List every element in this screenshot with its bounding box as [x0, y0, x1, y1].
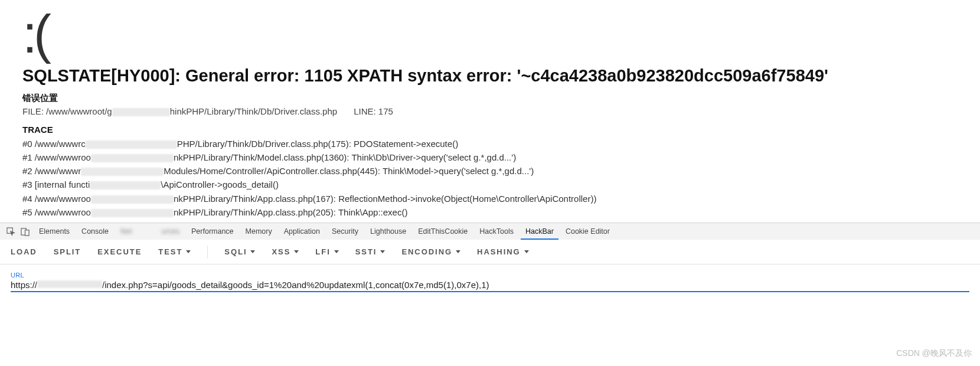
device-toolbar-icon[interactable]	[19, 226, 31, 237]
devtools-tab-hacktools[interactable]: HackTools	[473, 223, 520, 240]
devtools-tab-elements[interactable]: Elements	[33, 223, 76, 240]
hackbar-sqli-button[interactable]: SQLI	[224, 247, 255, 256]
chevron-down-icon	[380, 250, 385, 253]
trace-list: #0 /www/wwwrcPHP/Library/Think/Db/Driver…	[22, 137, 958, 220]
devtools-tab-hackbar[interactable]: HackBar	[520, 223, 560, 240]
url-suffix: /index.php?s=api/goods_detail&goods_id=1…	[102, 280, 489, 290]
redacted-segment	[112, 108, 170, 116]
chevron-down-icon	[456, 250, 460, 253]
trace-row: #0 /www/wwwrcPHP/Library/Think/Db/Driver…	[22, 137, 958, 151]
redacted-segment	[81, 168, 164, 176]
svg-rect-2	[25, 230, 29, 235]
url-input[interactable]: https:///index.php?s=api/goods_detail&go…	[11, 280, 969, 292]
chevron-down-icon	[334, 250, 339, 253]
hackbar-execute-button[interactable]: EXECUTE	[97, 247, 142, 256]
trace-row: #1 /www/wwwroonkPHP/Library/Think/Model.…	[22, 151, 958, 164]
separator	[207, 246, 208, 259]
hackbar-toolbar: LOAD SPLIT EXECUTE TEST SQLI XSS LFI SST…	[0, 240, 980, 264]
devtools-tab-memory[interactable]: Memory	[240, 223, 278, 240]
redacted-segment	[37, 280, 102, 288]
redacted-segment	[90, 181, 161, 189]
trace-row: #3 [internal functi\ApiController->goods…	[22, 178, 958, 191]
devtools-tabbar: Elements Console Net urces Performance M…	[0, 223, 980, 240]
devtools-tab-sources[interactable]: urces	[155, 223, 185, 240]
redacted-segment	[91, 195, 174, 204]
redacted-segment	[86, 140, 177, 149]
devtools-tab-network[interactable]: Net	[115, 223, 138, 240]
chevron-down-icon	[250, 250, 255, 253]
hackbar-test-button[interactable]: TEST	[158, 247, 191, 256]
devtools-tab-console[interactable]: Console	[76, 223, 115, 240]
file-suffix: hinkPHP/Library/Think/Db/Driver.class.ph…	[170, 106, 337, 116]
hackbar-encoding-button[interactable]: ENCODING	[401, 247, 460, 256]
chevron-down-icon	[186, 250, 191, 253]
file-prefix: FILE: /www/wwwroot/g	[22, 106, 112, 116]
devtools-tab-editthiscookie[interactable]: EditThisCookie	[412, 223, 473, 240]
hackbar-body: URL https:///index.php?s=api/goods_detai…	[0, 264, 980, 302]
trace-row: #5 /www/wwwroonkPHP/Library/Think/App.cl…	[22, 205, 958, 219]
devtools-tab-application[interactable]: Application	[278, 223, 326, 240]
hackbar-lfi-button[interactable]: LFI	[315, 247, 338, 256]
redacted-segment	[91, 209, 174, 217]
inspect-icon[interactable]	[5, 226, 17, 237]
hackbar-xss-button[interactable]: XSS	[272, 247, 299, 256]
error-location-line: FILE: /www/wwwroot/ghinkPHP/Library/Thin…	[22, 106, 958, 116]
trace-row: #4 /www/wwwroonkPHP/Library/Think/App.cl…	[22, 192, 958, 205]
devtools-tab-cookieeditor[interactable]: Cookie Editor	[560, 223, 616, 240]
line-label: LINE: 175	[354, 106, 393, 116]
hackbar-ssti-button[interactable]: SSTI	[355, 247, 386, 256]
devtools-tabs: Elements Console Net urces Performance M…	[33, 223, 616, 240]
devtools-tab-lighthouse[interactable]: Lighthouse	[364, 223, 412, 240]
hackbar-hashing-button[interactable]: HASHING	[477, 247, 529, 256]
hackbar-load-button[interactable]: LOAD	[11, 247, 37, 256]
url-prefix: https://	[11, 280, 37, 290]
devtools-tab-security[interactable]: Security	[326, 223, 364, 240]
hackbar-split-button[interactable]: SPLIT	[54, 247, 81, 256]
trace-row: #2 /www/wwwrModules/Home/Controller/ApiC…	[22, 164, 958, 178]
chevron-down-icon	[294, 250, 299, 253]
error-page: :( SQLSTATE[HY000]: General error: 1105 …	[0, 0, 980, 223]
devtools-tab-performance[interactable]: Performance	[185, 223, 240, 240]
error-location-heading: 错误位置	[22, 93, 958, 104]
error-title: SQLSTATE[HY000]: General error: 1105 XPA…	[22, 66, 958, 86]
trace-heading: TRACE	[22, 125, 958, 135]
redacted-segment	[91, 154, 174, 162]
url-label: URL	[11, 272, 969, 279]
sadface: :(	[22, 9, 958, 60]
chevron-down-icon	[524, 250, 529, 253]
